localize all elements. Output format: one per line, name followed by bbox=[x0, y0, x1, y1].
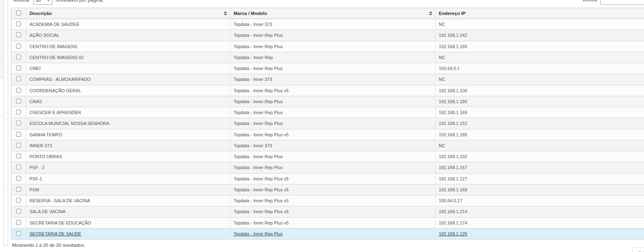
table-row[interactable]: CMEITopdata - Inner Rep Plus100.64.0.1 bbox=[11, 63, 644, 74]
row-description-cell: SECRETARIA DE SAUDE bbox=[26, 228, 230, 239]
row-checkbox-cell bbox=[11, 129, 26, 140]
content-panel-border-corner bbox=[4, 246, 8, 246]
row-description-cell: CRESCER E APRENDER bbox=[26, 107, 230, 118]
devices-table: Descrição Marca / Modelo Endereço IP ACA… bbox=[11, 8, 644, 239]
row-ip-cell: 192.168.1.185 bbox=[436, 129, 644, 140]
row-description-cell: ACADEMIA DE SAUDEE bbox=[26, 19, 230, 30]
table-row[interactable]: GANHA TEMPOTopdata - Inner Rep Plus v519… bbox=[11, 129, 644, 140]
row-model-cell: Topdata - Inner Rep Plus bbox=[230, 162, 436, 173]
page-size-value: 50 bbox=[36, 0, 41, 3]
row-checkbox-cell bbox=[11, 52, 26, 63]
content-panel-border bbox=[8, 0, 8, 246]
row-checkbox[interactable] bbox=[16, 76, 21, 81]
results-summary: Mostrando 1 a 20 de 20 resultados. bbox=[12, 243, 85, 248]
table-row[interactable]: COORDENAÇÃO GERALTopdata - Inner Rep Plu… bbox=[11, 85, 644, 96]
table-row[interactable]: SECRETARIA DE SAUDETopdata - Inner Rep P… bbox=[11, 228, 644, 239]
row-checkbox[interactable] bbox=[16, 231, 21, 236]
row-ip-cell: NC bbox=[436, 74, 644, 85]
row-checkbox[interactable] bbox=[16, 110, 21, 114]
row-checkbox[interactable] bbox=[16, 143, 21, 148]
row-checkbox[interactable] bbox=[16, 198, 21, 203]
row-ip-cell: 192.168.1.168 bbox=[436, 184, 644, 195]
row-checkbox[interactable] bbox=[16, 220, 21, 225]
row-checkbox[interactable] bbox=[16, 88, 21, 93]
per-page-label: resultados por página. bbox=[56, 0, 104, 3]
row-model-cell: Topdata - Inner Rep Plus bbox=[230, 41, 436, 52]
table-row[interactable]: INNER 373Topdata - Inner 373NC bbox=[11, 140, 644, 151]
table-row[interactable]: PSF-1Topdata - Inner Rep Plus v5192.168.… bbox=[11, 173, 644, 184]
row-checkbox[interactable] bbox=[16, 44, 21, 49]
select-all-checkbox[interactable] bbox=[16, 11, 21, 15]
row-checkbox[interactable] bbox=[16, 66, 21, 70]
row-checkbox[interactable] bbox=[16, 154, 21, 159]
row-ip-cell: NC bbox=[436, 19, 644, 30]
table-row[interactable]: ESCOLA MUNICIAL NOSSA SENHORATopdata - I… bbox=[11, 118, 644, 129]
sidebar-edge bbox=[0, 0, 4, 246]
row-description-cell: PSM bbox=[26, 184, 230, 195]
row-checkbox-cell bbox=[11, 74, 26, 85]
column-header-descricao[interactable]: Descrição bbox=[26, 8, 230, 19]
row-description-cell: ESCOLA MUNICIAL NOSSA SENHORA bbox=[26, 118, 230, 129]
column-header-endereco-ip[interactable]: Endereço IP bbox=[436, 8, 644, 19]
table-row[interactable]: PONTO OBRASTopdata - Inner Rep Plus192.1… bbox=[11, 151, 644, 162]
sidebar-divider bbox=[0, 78, 4, 78]
row-description-cell: CRAS bbox=[26, 96, 230, 107]
row-description-cell: SECRETARIA DE EDUCAÇÃO bbox=[26, 217, 230, 228]
row-checkbox[interactable] bbox=[16, 187, 21, 192]
row-ip-cell: NC bbox=[436, 140, 644, 151]
table-row[interactable]: CENTRO DE IMAGENS 02Topdata - Inner RepN… bbox=[11, 52, 644, 63]
table-row[interactable]: CRESCER E APRENDERTopdata - Inner Rep Pl… bbox=[11, 107, 644, 118]
sort-icon bbox=[224, 11, 227, 15]
row-ip-cell: 192.168.1.165 bbox=[436, 41, 644, 52]
search-input[interactable] bbox=[600, 0, 644, 5]
table-row[interactable]: SALA DE VACINATopdata - Inner Rep Plus v… bbox=[11, 206, 644, 217]
row-description-cell: AÇÃO SOCIAL bbox=[26, 30, 230, 41]
pagination-first-button[interactable]: Primeiro bbox=[632, 247, 644, 252]
row-model-cell: Topdata - Inner Rep Plus bbox=[230, 107, 436, 118]
row-checkbox[interactable] bbox=[16, 99, 21, 104]
row-checkbox-cell bbox=[11, 96, 26, 107]
row-checkbox[interactable] bbox=[16, 132, 21, 137]
row-model-cell: Topdata - Inner Rep Plus v5 bbox=[230, 195, 436, 206]
table-row[interactable]: SECRETARIA DE EDUCAÇÃOTopdata - Inner Re… bbox=[11, 217, 644, 228]
row-checkbox[interactable] bbox=[16, 21, 21, 26]
row-checkbox[interactable] bbox=[16, 165, 21, 169]
sidebar-divider bbox=[0, 186, 4, 186]
row-model-cell: Topdata - Inner Rep Plus bbox=[230, 96, 436, 107]
search-label: Buscar bbox=[583, 0, 598, 2]
row-checkbox-cell bbox=[11, 85, 26, 96]
row-checkbox[interactable] bbox=[16, 121, 21, 125]
row-checkbox-cell bbox=[11, 118, 26, 129]
row-ip-cell: 192.168.1.167 bbox=[436, 162, 644, 173]
row-checkbox-cell bbox=[11, 19, 26, 30]
table-row[interactable]: CENTRO DE IMAGENSTopdata - Inner Rep Plu… bbox=[11, 41, 644, 52]
show-label: Mostrar bbox=[13, 0, 30, 3]
row-checkbox[interactable] bbox=[16, 32, 21, 37]
row-checkbox[interactable] bbox=[16, 176, 21, 181]
table-row[interactable]: RESERVA - SALA DE VACINATopdata - Inner … bbox=[11, 195, 644, 206]
select-all-cell bbox=[11, 8, 26, 19]
search-control: Buscar bbox=[583, 0, 644, 5]
row-checkbox-cell bbox=[11, 184, 26, 195]
table-row[interactable]: COMPRAS - ALMOXARIFADOTopdata - Inner 37… bbox=[11, 74, 644, 85]
table-row[interactable]: CRASTopdata - Inner Rep Plus192.168.1.18… bbox=[11, 96, 644, 107]
table-row[interactable]: PSF - 2Topdata - Inner Rep Plus192.168.1… bbox=[11, 162, 644, 173]
row-checkbox-cell bbox=[11, 63, 26, 74]
sidebar-divider bbox=[0, 56, 4, 57]
page-size-select[interactable]: 50 ▼ bbox=[33, 0, 53, 5]
row-ip-cell: 100.64.0.17 bbox=[436, 195, 644, 206]
row-model-cell: Topdata - Inner 373 bbox=[230, 74, 436, 85]
row-checkbox-cell bbox=[11, 151, 26, 162]
row-checkbox[interactable] bbox=[16, 55, 21, 59]
column-header-marca-modelo[interactable]: Marca / Modelo bbox=[230, 8, 436, 19]
row-model-cell: Topdata - Inner Rep Plus bbox=[230, 30, 436, 41]
table-row[interactable]: PSMTopdata - Inner Rep Plus v5192.168.1.… bbox=[11, 184, 644, 195]
row-model-cell: Topdata - Inner Rep bbox=[230, 52, 436, 63]
row-checkbox[interactable] bbox=[16, 209, 21, 214]
table-row[interactable]: AÇÃO SOCIALTopdata - Inner Rep Plus192.1… bbox=[11, 30, 644, 41]
row-ip-cell: 192.168.1.102 bbox=[436, 151, 644, 162]
row-model-cell: Topdata - Inner Rep Plus v5 bbox=[230, 173, 436, 184]
row-description-cell: SALA DE VACINA bbox=[26, 206, 230, 217]
table-row[interactable]: ACADEMIA DE SAUDEETopdata - Inner 373NC bbox=[11, 19, 644, 30]
row-ip-cell: 192.168.1.214 bbox=[436, 206, 644, 217]
